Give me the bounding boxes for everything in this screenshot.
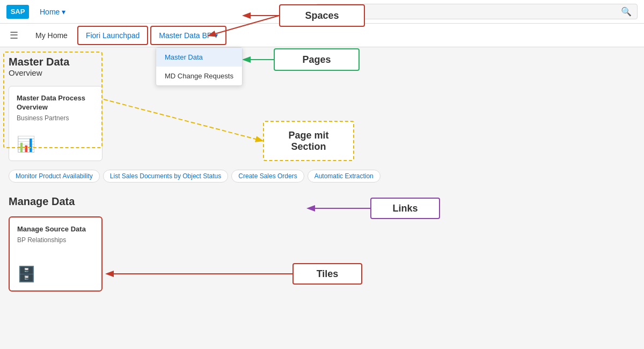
home-label: Home [40,8,60,16]
master-data-bp-arrow: ▾ [214,31,218,40]
link-monitor-product[interactable]: Monitor Product Availability [9,170,100,183]
home-button[interactable]: Home ▾ [35,5,70,18]
dropdown-menu: Master Data MD Change Requests [156,47,243,86]
master-data-bp-label: Master Data BP [159,31,212,40]
section2-title: Manage Data [9,195,635,208]
dropdown-item-md-change[interactable]: MD Change Requests [156,67,242,85]
tile-manage-source[interactable]: Manage Source Data BP Relationships 🗄️ [9,216,103,292]
hamburger-icon[interactable]: ☰ [6,26,21,45]
fiori-launchpad-nav[interactable]: Fiori Launchpad [77,26,148,45]
pages-annotation: Pages [274,48,360,71]
link-auto-extraction[interactable]: Automatic Extraction [308,170,380,183]
tile1-title: Master Data Process Overview [17,94,94,112]
main-content: Master Data Overview Master Data Process… [0,47,644,349]
links-bar: Monitor Product Availability List Sales … [0,165,644,187]
tile-master-data-process[interactable]: Master Data Process Overview Business Pa… [9,86,103,161]
page-wrapper: SAP Home ▾ 🔍 ☰ My Home Fiori Launchpad M… [0,0,644,349]
page-section-annotation: Page mitSection [263,121,354,161]
dropdown-item-master-data[interactable]: Master Data [156,48,242,67]
search-input[interactable] [321,8,617,16]
tile1-icon: 📊 [17,135,94,153]
sap-logo: SAP [6,5,29,19]
master-data-bp-nav[interactable]: Master Data BP ▾ [150,26,226,45]
navbar: ☰ My Home Fiori Launchpad Master Data BP… [0,24,644,47]
my-home-nav[interactable]: My Home [28,27,75,44]
tile2-title: Manage Source Data [17,225,94,234]
tile2-subtitle: BP Relationships [17,236,94,244]
spaces-annotation: Spaces [279,4,365,27]
link-list-sales[interactable]: List Sales Documents by Object Status [103,170,228,183]
search-button[interactable]: 🔍 [621,6,632,17]
section2: Manage Data [0,187,644,212]
links-annotation: Links [370,198,440,219]
tile1-subtitle: Business Partners [17,114,94,122]
link-create-sales[interactable]: Create Sales Orders [231,170,304,183]
tiles-annotation: Tiles [292,263,362,285]
tile2-icon: 🗄️ [17,265,94,283]
home-dropdown-arrow: ▾ [62,8,65,16]
